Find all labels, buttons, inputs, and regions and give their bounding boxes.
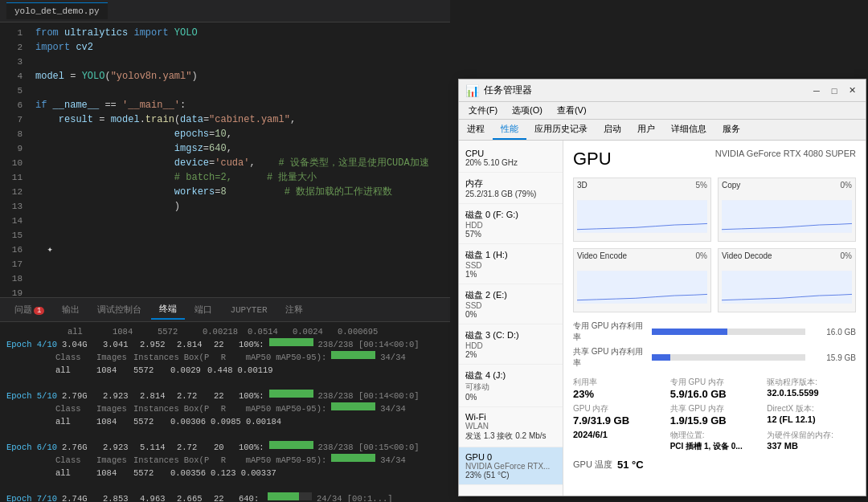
terminal-tab-问题[interactable]: 问题1 xyxy=(6,300,52,319)
table-cell: 0.000695 xyxy=(338,325,378,338)
code-line: if __name__ == '__main__': xyxy=(35,98,444,112)
code-line: model = YOLO("yolov8n.yaml") xyxy=(35,69,444,84)
tm-nav-item-用户[interactable]: 用户 xyxy=(629,120,663,140)
line-number: 15 xyxy=(0,228,23,243)
code-line: workers=8 # 数据加载的工作进程数 xyxy=(35,185,444,199)
tm-navbar: 进程性能应用历史记录启动用户详细信息服务 xyxy=(459,120,866,141)
epoch-all-row: all108455720.00290.4480.00119 xyxy=(6,364,444,377)
table-row: all108455720.002180.05140.00240.000695 xyxy=(6,325,444,338)
sidebar-item-value: 1% xyxy=(465,270,556,279)
tm-sidebar-item-Wi-Fi[interactable]: Wi-FiWLAN发送 1.3 接收 0.2 Mb/s xyxy=(459,407,563,447)
terminal-tab-调试控制台[interactable]: 调试控制台 xyxy=(89,300,149,319)
terminal-tab-端口[interactable]: 端口 xyxy=(186,300,220,319)
stat-directx: DirectX 版本: 12 (FL 12.1) xyxy=(767,403,856,426)
code-line xyxy=(35,228,444,243)
terminal-tab-JUPYTER[interactable]: JUPYTER xyxy=(222,302,275,318)
stat-utilization: 利用率 23% xyxy=(573,377,662,400)
chart-label: Video Decode xyxy=(722,251,772,260)
line-number: 6 xyxy=(0,98,23,112)
code-line xyxy=(35,84,444,98)
maximize-button[interactable]: □ xyxy=(827,84,841,98)
gpu-mem-bar-row-1: 专用 GPU 内存利用率 16.0 GB xyxy=(573,320,856,343)
epoch-row: Epoch 7/102.74G2.8534.9632.66522640: 24/… xyxy=(6,492,444,502)
gpu-chart-3d: 3D 5% xyxy=(573,178,711,242)
table-cell: 1084 xyxy=(113,325,153,338)
tm-menubar: 文件(F)选项(O)查看(V) xyxy=(459,102,866,120)
code-content[interactable]: from ultralytics import YOLOimport cv2 m… xyxy=(29,22,450,297)
tm-menu-item-文件(F)[interactable]: 文件(F) xyxy=(462,103,504,118)
gpu-mem-bars: 专用 GPU 内存利用率 16.0 GB 共享 GPU 内存利用率 15.9 G… xyxy=(573,320,856,369)
code-line: import cv2 xyxy=(35,40,444,55)
stat-shared-mem: 共享 GPU 内存 1.9/15.9 GB xyxy=(670,403,760,426)
sidebar-item-type: WLAN xyxy=(465,422,556,431)
tm-sidebar-item-磁盘 4 (J:)[interactable]: 磁盘 4 (J:)可移动0% xyxy=(459,365,563,407)
stat-reserved-mem: 为硬件保留的内存: 337 MB xyxy=(767,430,856,452)
code-line: ✦ xyxy=(35,243,444,257)
tm-title-text: 任务管理器 xyxy=(484,84,809,97)
sidebar-item-value: 57% xyxy=(465,230,556,239)
close-button[interactable]: ✕ xyxy=(845,84,859,98)
terminal-tab-终端[interactable]: 终端 xyxy=(151,300,185,320)
code-line xyxy=(35,271,444,286)
line-number: 7 xyxy=(0,112,23,127)
sidebar-item-name: 磁盘 1 (H:) xyxy=(465,249,556,261)
tm-nav-item-性能[interactable]: 性能 xyxy=(493,120,526,140)
code-line xyxy=(35,55,444,69)
table-cell: 5572 xyxy=(158,325,198,338)
tm-nav-item-进程[interactable]: 进程 xyxy=(459,120,493,140)
line-number: 11 xyxy=(0,170,23,185)
sidebar-item-value: 25.2/31.8 GB (79%) xyxy=(465,190,556,198)
editor-tab[interactable]: yolo_det_demo.py xyxy=(6,2,108,19)
tm-nav-item-详细信息[interactable]: 详细信息 xyxy=(663,120,714,140)
tm-nav-item-应用历史记录[interactable]: 应用历史记录 xyxy=(526,120,596,140)
epoch-class-row: ClassImagesInstancesBox(PRmAP50mAP50-95)… xyxy=(6,454,444,467)
table-cell: 0.0514 xyxy=(248,325,288,338)
terminal-output: all108455720.002180.05140.00240.000695Ep… xyxy=(0,322,450,502)
table-cell: all xyxy=(68,325,108,338)
chart-label: 3D xyxy=(577,181,588,190)
tm-sidebar-item-CPU[interactable]: CPU20% 5.10 GHz xyxy=(459,144,563,173)
tm-body: CPU20% 5.10 GHz内存25.2/31.8 GB (79%)磁盘 0 … xyxy=(459,141,866,496)
chart-pct: 0% xyxy=(841,251,852,260)
line-number: 12 xyxy=(0,185,23,199)
sidebar-item-type: SSD xyxy=(465,261,556,270)
tm-sidebar-item-磁盘 2 (E:)[interactable]: 磁盘 2 (E:)SSD0% xyxy=(459,284,563,324)
tm-menu-item-查看(V)[interactable]: 查看(V) xyxy=(551,103,593,118)
chart-pct: 0% xyxy=(841,181,852,190)
table-cell xyxy=(6,325,63,338)
tm-titlebar: 📊 任务管理器 ─ □ ✕ xyxy=(459,80,866,102)
gpu-model: NVIDIA GeForce RTX 4080 SUPER xyxy=(715,149,856,158)
epoch-class-row: ClassImagesInstancesBox(PRmAP50mAP50-95)… xyxy=(6,402,444,415)
tm-sidebar-item-内存[interactable]: 内存25.2/31.8 GB (79%) xyxy=(459,173,563,204)
editor-tab-bar: yolo_det_demo.py xyxy=(0,0,450,22)
epoch-row: Epoch 5/102.79G2.9232.8142.7222100%:238/… xyxy=(6,390,444,402)
tm-nav-item-服务[interactable]: 服务 xyxy=(714,120,748,140)
tm-sidebar-item-磁盘 1 (H:)[interactable]: 磁盘 1 (H:)SSD1% xyxy=(459,244,563,284)
sidebar-item-type: HDD xyxy=(465,341,556,350)
terminal-tab-输出[interactable]: 输出 xyxy=(54,300,88,319)
minimize-button[interactable]: ─ xyxy=(809,84,824,98)
chart-label: Video Encode xyxy=(577,251,627,260)
line-number: 8 xyxy=(0,127,23,141)
code-line: result = model.train(data="cabinet.yaml"… xyxy=(35,112,444,127)
stat-dedicated-mem: 专用 GPU 内存 5.9/16.0 GB xyxy=(670,377,760,400)
tm-nav-item-启动[interactable]: 启动 xyxy=(596,120,629,140)
tm-menu-item-选项(O)[interactable]: 选项(O) xyxy=(506,103,549,118)
line-number: 19 xyxy=(0,286,23,297)
sidebar-item-type: 可移动 xyxy=(465,382,556,393)
code-line xyxy=(35,214,444,228)
terminal-tab-注释[interactable]: 注释 xyxy=(277,300,311,319)
tm-sidebar-item-GPU 0[interactable]: GPU 0NVIDIA GeForce RTX...23% (51 °C) xyxy=(459,447,563,485)
tm-title-icon: 📊 xyxy=(465,84,479,97)
tm-sidebar-item-磁盘 0 (F: G:)[interactable]: 磁盘 0 (F: G:)HDD57% xyxy=(459,204,563,244)
sidebar-item-type: NVIDIA GeForce RTX... xyxy=(465,462,556,471)
tm-sidebar-item-磁盘 3 (C: D:)[interactable]: 磁盘 3 (C: D:)HDD2% xyxy=(459,324,563,365)
line-number: 5 xyxy=(0,84,23,98)
line-number: 10 xyxy=(0,156,23,170)
gpu-charts-grid: 3D 5% Copy 0% Video Encode 0% xyxy=(573,178,856,312)
line-numbers: 1234567891011121314151617181920 xyxy=(0,22,29,297)
svg-rect-3 xyxy=(722,271,852,304)
line-number: 17 xyxy=(0,257,23,271)
code-line: from ultralytics import YOLO xyxy=(35,26,444,40)
epoch-all-row: all108455720.003560.1230.00337 xyxy=(6,467,444,480)
